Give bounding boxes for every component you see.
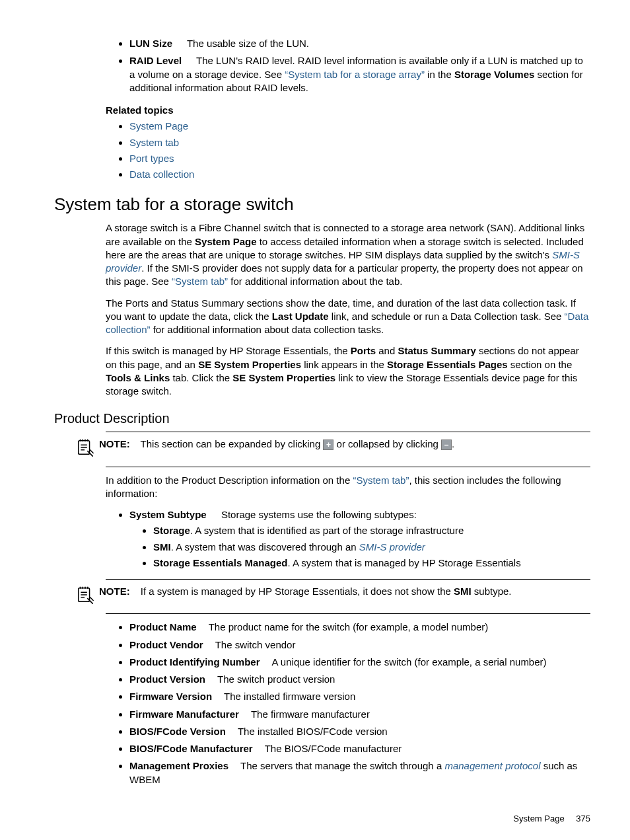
product-vendor-item: Product VendorThe switch vendor xyxy=(129,638,590,652)
raid-t2: in the xyxy=(425,69,454,80)
pd-intro-t1: In addition to the Product Description i… xyxy=(106,475,353,486)
p2-t3: for additional information about data co… xyxy=(151,324,384,335)
note2-t1: If a system is managed by HP Storage Ess… xyxy=(141,586,454,597)
firmware-version-term: Firmware Version xyxy=(129,691,212,702)
product-id-text: A unique identifier for the switch (for … xyxy=(272,656,547,668)
note1-t2: or collapsed by clicking xyxy=(333,438,441,449)
p1-t4: for additional information about the tab… xyxy=(228,276,402,287)
mprox-t1: The servers that manage the switch throu… xyxy=(240,760,444,771)
pd-body: In addition to the Product Description i… xyxy=(106,474,590,570)
fields-list: Product NameThe product name for the swi… xyxy=(106,621,590,786)
management-proxies-term: Management Proxies xyxy=(129,760,228,771)
p1-link-system-tab[interactable]: “System tab” xyxy=(172,276,228,287)
subtype-smi-link[interactable]: SMI-S provider xyxy=(359,541,425,553)
system-subtype-item: System Subtype Storage systems use the f… xyxy=(129,508,590,570)
page-footer: System Page 375 xyxy=(40,813,590,825)
p3-t5: section on the xyxy=(508,359,573,370)
footer-label: System Page xyxy=(513,814,564,823)
bios-manufacturer-term: BIOS/FCode Manufacturer xyxy=(129,743,253,754)
pd-intro: In addition to the Product Description i… xyxy=(106,474,590,501)
product-version-item: Product VersionThe switch product versio… xyxy=(129,673,590,686)
note1-label: NOTE: xyxy=(99,438,130,449)
bios-version-text: The installed BIOS/FCode version xyxy=(238,726,388,737)
product-version-text: The switch product version xyxy=(217,673,335,685)
firmware-version-item: Firmware VersionThe installed firmware v… xyxy=(129,690,590,703)
subtype-storage-b: Storage xyxy=(153,525,190,536)
note-expand-collapse: NOTE: This section can be expanded by cl… xyxy=(106,432,590,467)
product-name-item: Product NameThe product name for the swi… xyxy=(129,621,590,634)
expand-icon: + xyxy=(323,439,333,450)
subtype-smi: SMI. A system that was discovered throug… xyxy=(153,541,590,554)
related-item: Port types xyxy=(129,152,590,165)
bios-manufacturer-text: The BIOS/FCode manufacturer xyxy=(265,743,402,754)
note1-t1: This section can be expanded by clicking xyxy=(141,438,324,449)
subtype-list: System Subtype Storage systems use the f… xyxy=(106,508,590,570)
switch-p3: If this switch is managed by HP Storage … xyxy=(106,344,590,398)
note-rule xyxy=(106,467,590,467)
related-item: System tab xyxy=(129,136,590,149)
storage-switch-body: A storage switch is a Fibre Channel swit… xyxy=(106,221,590,398)
p3-t4: link appears in the xyxy=(301,359,387,370)
switch-p2: The Ports and Status Summary sections sh… xyxy=(106,297,590,337)
note-icon xyxy=(75,438,99,461)
related-link-port-types[interactable]: Port types xyxy=(129,153,174,164)
product-version-term: Product Version xyxy=(129,673,205,685)
p3-b6: SE System Properties xyxy=(232,372,335,383)
p3-b4: Storage Essentials Pages xyxy=(387,359,508,370)
footer-page-number: 375 xyxy=(576,814,590,823)
switch-p1: A storage switch is a Fibre Channel swit… xyxy=(106,221,590,288)
heading-storage-switch: System tab for a storage switch xyxy=(54,193,590,216)
product-id-term: Product Identifying Number xyxy=(129,656,260,668)
related-item: System Page xyxy=(129,120,590,133)
note-rule xyxy=(106,432,590,432)
firmware-manufacturer-item: Firmware ManufacturerThe firmware manufa… xyxy=(129,708,590,721)
subtype-sem: Storage Essentials Managed. A system tha… xyxy=(153,556,590,570)
p3-b5: Tools & Links xyxy=(106,372,170,383)
product-vendor-text: The switch vendor xyxy=(215,639,296,650)
p1-b1: System Page xyxy=(195,236,256,247)
p2-t2: link, and schedule or run a Data Collect… xyxy=(329,311,565,322)
lun-size-item: LUN Size The usable size of the LUN. xyxy=(129,37,590,50)
system-subtype-term: System Subtype xyxy=(129,509,207,520)
p2-b1: Last Update xyxy=(272,311,329,322)
subtype-storage-t: . A system that is identified as part of… xyxy=(190,525,464,536)
related-link-system-tab[interactable]: System tab xyxy=(129,137,179,148)
p3-b3: SE System Properties xyxy=(198,359,301,370)
product-name-term: Product Name xyxy=(129,621,197,632)
management-proxies-item: Management ProxiesThe servers that manag… xyxy=(129,759,590,786)
related-link-system-page[interactable]: System Page xyxy=(129,120,188,132)
firmware-manufacturer-term: Firmware Manufacturer xyxy=(129,708,239,720)
pd-intro-link[interactable]: “System tab” xyxy=(353,475,409,486)
bios-manufacturer-item: BIOS/FCode ManufacturerThe BIOS/FCode ma… xyxy=(129,742,590,755)
note-rule xyxy=(106,613,590,614)
bios-version-item: BIOS/FCode VersionThe installed BIOS/FCo… xyxy=(129,725,590,738)
subtype-sublist: Storage. A system that is identified as … xyxy=(129,524,590,570)
fields-block: Product NameThe product name for the swi… xyxy=(106,621,590,786)
p3-b1: Ports xyxy=(351,345,376,356)
collapse-icon: – xyxy=(441,439,452,450)
p3-t1: If this switch is managed by HP Storage … xyxy=(106,345,351,356)
subtype-sem-b: Storage Essentials Managed xyxy=(153,557,287,568)
lun-size-term: LUN Size xyxy=(129,38,172,49)
subtype-smi-b: SMI xyxy=(153,541,171,553)
lun-raid-list-wrap: LUN Size The usable size of the LUN. RAI… xyxy=(106,37,590,95)
note1-t3: . xyxy=(452,438,454,449)
raid-link-storage-array[interactable]: “System tab for a storage array” xyxy=(285,69,425,80)
p3-b2: Status Summary xyxy=(398,345,475,356)
lun-size-text: The usable size of the LUN. xyxy=(187,38,309,49)
product-vendor-term: Product Vendor xyxy=(129,639,203,650)
p3-t6: tab. Click the xyxy=(170,372,232,383)
note2-b1: SMI xyxy=(454,586,472,597)
related-topics-list: System Page System tab Port types Data c… xyxy=(106,120,590,181)
product-id-item: Product Identifying NumberA unique ident… xyxy=(129,656,590,669)
related-topics-heading: Related topics xyxy=(106,104,590,117)
subtype-sem-t: . A system that is managed by HP Storage… xyxy=(287,557,520,568)
product-name-text: The product name for the switch (for exa… xyxy=(209,621,489,632)
firmware-manufacturer-text: The firmware manufacturer xyxy=(251,708,370,720)
system-subtype-text: Storage systems use the following subtyp… xyxy=(221,509,417,520)
related-link-data-collection[interactable]: Data collection xyxy=(129,169,194,180)
mprox-link[interactable]: management protocol xyxy=(444,760,540,771)
note-smi-subtype: NOTE: If a system is managed by HP Stora… xyxy=(106,579,590,614)
note2-label: NOTE: xyxy=(99,586,130,597)
bios-version-term: BIOS/FCode Version xyxy=(129,726,226,737)
